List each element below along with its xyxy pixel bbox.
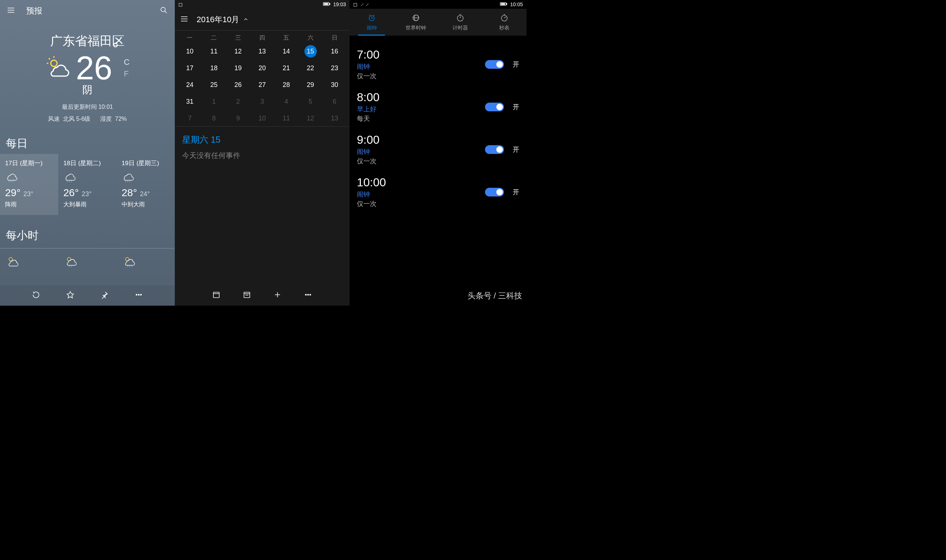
tab-label: 闹钟 bbox=[367, 25, 377, 31]
alarm-time: 9:00 bbox=[357, 133, 478, 147]
svg-line-24 bbox=[130, 266, 130, 267]
chevron-up-icon bbox=[243, 15, 249, 25]
sim-icon: ◻ bbox=[178, 2, 183, 7]
calendar-day[interactable]: 31 bbox=[178, 97, 202, 106]
weekday-label: 五 bbox=[274, 34, 298, 42]
calendar-day[interactable]: 2 bbox=[226, 97, 250, 106]
calendar-day[interactable]: 16 bbox=[323, 47, 347, 56]
calendar-day[interactable]: 13 bbox=[250, 47, 274, 56]
alarm-toggle[interactable] bbox=[485, 60, 504, 69]
tab-计时器[interactable]: 计时器 bbox=[438, 9, 483, 35]
alarm-time: 7:00 bbox=[357, 48, 478, 62]
agenda: 星期六 15 今天没有任何事件 bbox=[175, 126, 350, 168]
favorite-icon[interactable] bbox=[66, 290, 75, 300]
calendar-day[interactable]: 29 bbox=[298, 80, 322, 89]
weather-screen: 预报 广东省福田区 26° C F 阴 最后更新时间 10:01 风速 北风 5… bbox=[0, 0, 175, 306]
svg-line-21 bbox=[71, 266, 72, 267]
pin-icon[interactable] bbox=[100, 290, 109, 300]
svg-rect-36 bbox=[213, 292, 219, 298]
view-icon[interactable] bbox=[242, 290, 251, 300]
calendar-day[interactable]: 19 bbox=[226, 64, 250, 72]
calendar-screen: ◻ 19:03 2016年10月 一二三四五六日 101112131415161… bbox=[175, 0, 350, 306]
calendar-grid: 1011121314151617181920212223242526272829… bbox=[175, 43, 350, 126]
alarm-item[interactable]: 9:00 闹钟 仅一次 开 bbox=[350, 128, 526, 171]
hour-slot[interactable] bbox=[117, 252, 175, 273]
calendar-day[interactable]: 20 bbox=[250, 64, 274, 72]
calendar-day[interactable]: 12 bbox=[298, 114, 322, 123]
calendar-day[interactable]: 13 bbox=[323, 114, 347, 123]
menu-icon[interactable] bbox=[6, 6, 15, 16]
calendar-day[interactable]: 3 bbox=[250, 97, 274, 106]
today-icon[interactable] bbox=[212, 290, 221, 300]
alarm-item[interactable]: 10:00 闹钟 仅一次 开 bbox=[350, 171, 526, 213]
calendar-day[interactable]: 1 bbox=[202, 97, 226, 106]
daily-day[interactable]: 17日 (星期一) 29°23° 阵雨 bbox=[0, 154, 58, 215]
hour-slot[interactable] bbox=[0, 252, 58, 273]
month-title[interactable]: 2016年10月 bbox=[197, 14, 249, 25]
refresh-icon[interactable] bbox=[32, 290, 40, 300]
weekday-header: 一二三四五六日 bbox=[175, 31, 350, 43]
more-icon[interactable] bbox=[304, 290, 312, 300]
calendar-day[interactable]: 8 bbox=[202, 114, 226, 123]
tab-世界时钟[interactable]: 世界时钟 bbox=[394, 9, 438, 35]
calendar-day[interactable]: 9 bbox=[226, 114, 250, 123]
svg-point-5 bbox=[51, 60, 57, 66]
daily-day[interactable]: 19日 (星期三) 28°24° 中到大雨 bbox=[117, 154, 175, 215]
calendar-day[interactable]: 26 bbox=[226, 80, 250, 89]
svg-line-23 bbox=[127, 266, 128, 267]
day-low: 23° bbox=[82, 190, 91, 198]
calendar-day[interactable]: 25 bbox=[202, 80, 226, 89]
alarm-label: 早上好 bbox=[357, 105, 478, 114]
alarm-tabs: 闹钟世界时钟计时器秒表 bbox=[350, 9, 526, 35]
calendar-day[interactable]: 28 bbox=[274, 80, 298, 89]
tab-秒表[interactable]: 秒表 bbox=[483, 9, 527, 35]
alarm-label: 闹钟 bbox=[357, 62, 478, 71]
calendar-day[interactable]: 18 bbox=[202, 64, 226, 72]
day-date: 19日 (星期三) bbox=[122, 159, 170, 168]
svg-point-28 bbox=[138, 294, 139, 295]
calendar-day[interactable]: 24 bbox=[178, 80, 202, 89]
search-icon[interactable] bbox=[159, 6, 168, 16]
calendar-day[interactable]: 15 bbox=[298, 47, 322, 56]
weather-toolbar bbox=[0, 285, 175, 306]
day-date: 17日 (星期一) bbox=[5, 159, 53, 168]
svg-rect-31 bbox=[329, 3, 330, 5]
calendar-day[interactable]: 14 bbox=[274, 47, 298, 56]
alarm-time: 10:00 bbox=[357, 176, 478, 189]
calendar-day[interactable]: 12 bbox=[226, 47, 250, 56]
alarm-item[interactable]: 8:00 早上好 每天 开 bbox=[350, 86, 526, 128]
calendar-day[interactable]: 10 bbox=[178, 47, 202, 56]
more-icon[interactable] bbox=[134, 290, 143, 300]
unit-fahrenheit[interactable]: F bbox=[124, 69, 130, 78]
calendar-day[interactable]: 6 bbox=[323, 97, 347, 106]
calendar-day[interactable]: 30 bbox=[323, 80, 347, 89]
daily-day[interactable]: 18日 (星期二) 26°23° 大到暴雨 bbox=[58, 154, 117, 215]
svg-rect-48 bbox=[501, 3, 505, 5]
unit-celsius[interactable]: C bbox=[124, 57, 130, 67]
calendar-day[interactable]: 10 bbox=[250, 114, 274, 123]
day-high: 26° bbox=[63, 187, 79, 198]
hour-slot[interactable] bbox=[58, 252, 117, 273]
calendar-day[interactable]: 27 bbox=[250, 80, 274, 89]
alarm-toggle[interactable] bbox=[485, 145, 504, 154]
tab-label: 秒表 bbox=[499, 25, 509, 31]
alarm-toggle[interactable] bbox=[485, 188, 504, 197]
tab-闹钟[interactable]: 闹钟 bbox=[350, 9, 394, 35]
calendar-day[interactable]: 5 bbox=[298, 97, 322, 106]
calendar-day[interactable]: 4 bbox=[274, 97, 298, 106]
svg-point-18 bbox=[9, 258, 12, 261]
add-icon[interactable] bbox=[273, 290, 282, 300]
calendar-day[interactable]: 17 bbox=[178, 64, 202, 72]
hourly-forecast bbox=[0, 248, 175, 273]
calendar-day[interactable]: 11 bbox=[274, 114, 298, 123]
calendar-day[interactable]: 23 bbox=[323, 64, 347, 72]
menu-icon[interactable] bbox=[180, 15, 188, 25]
alarm-toggle[interactable] bbox=[485, 103, 504, 111]
svg-point-3 bbox=[161, 7, 165, 12]
calendar-day[interactable]: 11 bbox=[202, 47, 226, 56]
calendar-day[interactable]: 7 bbox=[178, 114, 202, 123]
svg-rect-32 bbox=[324, 3, 328, 5]
calendar-day[interactable]: 21 bbox=[274, 64, 298, 72]
alarm-item[interactable]: 7:00 闹钟 仅一次 开 bbox=[350, 43, 526, 86]
calendar-day[interactable]: 22 bbox=[298, 64, 322, 72]
